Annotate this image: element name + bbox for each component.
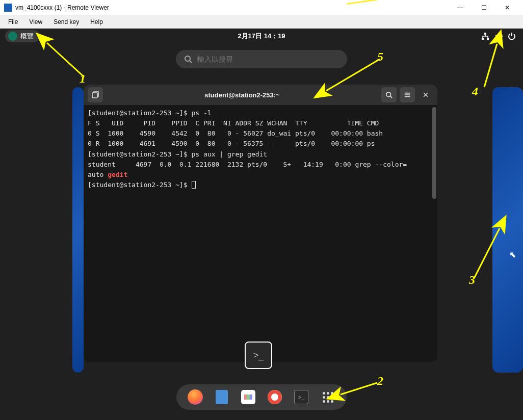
network-icon <box>481 32 489 40</box>
activities-button[interactable]: 概覽 <box>5 30 40 42</box>
overview-search[interactable] <box>176 50 347 68</box>
dock-files[interactable] <box>214 389 229 405</box>
svg-rect-4 <box>92 93 97 98</box>
menu-file[interactable]: File <box>3 17 23 27</box>
dock-firefox[interactable] <box>188 389 203 405</box>
terminal-menu-button[interactable] <box>400 87 415 102</box>
dash-dock: >_ <box>176 384 347 410</box>
terminal-dock-icon: >_ <box>294 390 308 404</box>
workspace-thumb-right[interactable] <box>492 87 523 373</box>
terminal-titlebar: student@station2-253:~ <box>84 85 437 105</box>
terminal-window[interactable]: student@station2-253:~ [student@station2… <box>84 85 437 362</box>
menubar: File View Send key Help <box>0 15 523 29</box>
gnome-topbar: 概覽 2月17日 14：19 <box>0 29 523 44</box>
dock-help[interactable] <box>267 389 282 405</box>
gnome-desktop: 概覽 2月17日 14：19 student@station2-253:~ <box>0 29 523 420</box>
annotation-1: 1 <box>80 72 86 86</box>
annotation-2: 2 <box>377 374 383 388</box>
dock-show-apps[interactable] <box>320 389 335 405</box>
terminal-title: student@station2-253:~ <box>103 91 381 99</box>
svg-rect-0 <box>484 33 486 35</box>
annotation-4: 4 <box>472 85 478 98</box>
search-input[interactable] <box>197 55 339 63</box>
apps-grid-icon <box>323 392 333 403</box>
annotation-5: 5 <box>377 50 383 64</box>
search-icon <box>184 55 192 63</box>
dock-software[interactable] <box>241 389 256 405</box>
menu-view[interactable]: View <box>24 17 47 27</box>
window-title: vm_4100cxxx (1) - Remote Viewer <box>15 4 449 11</box>
terminal-icon: >_ <box>253 350 264 361</box>
terminal-scrollbar[interactable] <box>432 107 436 199</box>
overview-window-icon[interactable]: >_ <box>245 342 272 369</box>
maximize-button[interactable]: ☐ <box>472 0 495 15</box>
close-button[interactable]: ✕ <box>495 0 519 15</box>
help-icon <box>268 390 282 404</box>
dock-terminal[interactable]: >_ <box>294 389 309 405</box>
app-icon <box>4 4 12 12</box>
status-area[interactable] <box>481 32 516 40</box>
remote-viewer-titlebar: vm_4100cxxx (1) - Remote Viewer — ☐ ✕ <box>0 0 523 15</box>
menu-sendkey[interactable]: Send key <box>48 17 84 27</box>
volume-icon <box>494 32 503 40</box>
svg-line-9 <box>484 44 497 87</box>
svg-line-6 <box>47 43 84 77</box>
power-icon <box>508 32 516 40</box>
clock-label[interactable]: 2月17日 14：19 <box>238 32 285 41</box>
firefox-icon <box>188 389 203 405</box>
svg-rect-2 <box>487 38 489 40</box>
svg-point-3 <box>185 56 190 61</box>
terminal-close-button[interactable] <box>418 87 433 102</box>
minimize-button[interactable]: — <box>449 0 472 15</box>
workspace-thumb-left[interactable] <box>72 87 84 373</box>
software-icon <box>241 390 255 404</box>
new-tab-button[interactable] <box>88 87 103 102</box>
files-icon <box>216 390 228 404</box>
annotation-3: 3 <box>469 273 475 287</box>
svg-rect-1 <box>482 38 484 40</box>
activities-icon <box>8 32 17 41</box>
terminal-body[interactable]: [student@station2-253 ~]$ ps -l F S UID … <box>84 105 437 362</box>
mouse-cursor-icon: ⬉ <box>509 250 516 259</box>
svg-point-5 <box>386 92 391 97</box>
terminal-search-button[interactable] <box>381 87 397 102</box>
menu-help[interactable]: Help <box>85 17 108 27</box>
activities-label: 概覽 <box>20 32 34 41</box>
